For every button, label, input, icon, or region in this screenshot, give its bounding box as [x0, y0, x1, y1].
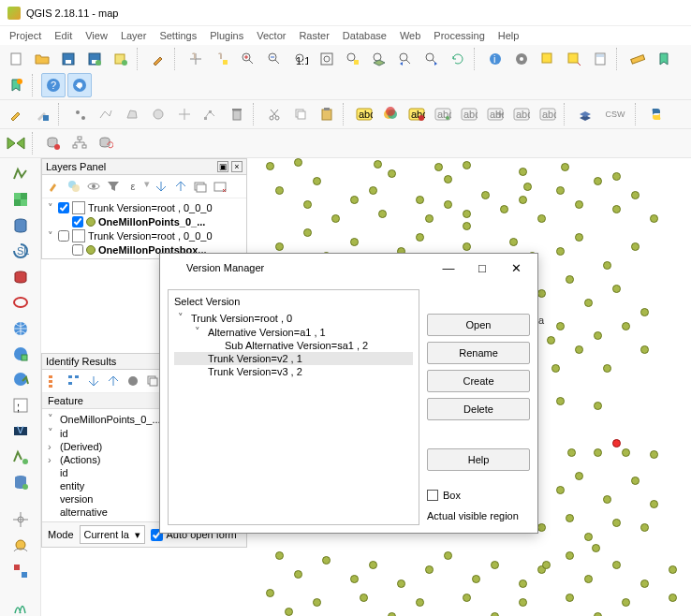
version-row[interactable]: Trunk Version=v2 , 1	[174, 352, 413, 365]
help-button[interactable]: Help	[427, 448, 530, 471]
menu-web[interactable]: Web	[400, 30, 420, 41]
menu-database[interactable]: Database	[343, 30, 387, 41]
menu-edit[interactable]: Edit	[54, 30, 72, 41]
layer-funnel-button[interactable]	[105, 178, 122, 195]
layer-item[interactable]: OneMillonPoints_0_...	[46, 215, 243, 228]
identify-settings-button[interactable]	[125, 373, 141, 389]
measure-button[interactable]	[625, 47, 650, 71]
calculator-button[interactable]	[588, 47, 612, 71]
open-project-button[interactable]	[30, 47, 54, 71]
raster-layer-button[interactable]	[8, 187, 33, 211]
delete-selected-button[interactable]	[225, 102, 249, 126]
label-move-button[interactable]: abc	[483, 102, 507, 126]
db-refresh-button[interactable]	[94, 131, 118, 155]
menu-help[interactable]: Help	[498, 30, 520, 41]
cut-button[interactable]	[262, 102, 287, 126]
zoom-selection-button[interactable]	[341, 47, 365, 71]
save-edits-button[interactable]	[30, 102, 54, 126]
close-button[interactable]: ✕	[502, 257, 530, 279]
identify-button[interactable]: i	[483, 47, 507, 71]
layer-group-button[interactable]	[192, 178, 209, 195]
menu-raster[interactable]: Raster	[299, 30, 329, 41]
identify-collapse-button[interactable]	[105, 373, 122, 389]
add-line-button[interactable]	[94, 102, 118, 126]
select-features-button[interactable]	[536, 47, 560, 71]
zoom-out-button[interactable]	[262, 47, 287, 71]
oracle-layer-button[interactable]	[8, 290, 33, 314]
maximize-button[interactable]: □	[468, 257, 496, 279]
label-show-button[interactable]: abc	[457, 102, 481, 126]
topology-button[interactable]	[8, 559, 33, 582]
refresh-button[interactable]	[446, 47, 470, 71]
identify-id[interactable]: id	[60, 428, 68, 439]
open-button[interactable]: Open	[427, 314, 530, 336]
label-highlight-button[interactable]: abc	[404, 102, 429, 126]
python-console-button[interactable]	[644, 102, 669, 126]
add-point-button[interactable]	[67, 102, 92, 126]
zoom-full-button[interactable]	[315, 47, 339, 71]
move-feature-button[interactable]	[172, 102, 197, 126]
save-button[interactable]	[56, 47, 81, 71]
new-layer-button[interactable]	[109, 47, 133, 71]
label-change-button[interactable]: abc	[536, 102, 560, 126]
version-tree[interactable]: ˅Trunk Version=root , 0˅Alternative Vers…	[174, 311, 413, 378]
identify-field[interactable]: id	[60, 467, 68, 478]
paint-button[interactable]	[146, 47, 170, 71]
identify-tree-button[interactable]	[46, 373, 63, 389]
layer-expand-button[interactable]	[153, 178, 169, 195]
delete-button[interactable]: Delete	[427, 398, 530, 420]
new-project-button[interactable]	[4, 47, 28, 71]
add-circle-button[interactable]	[146, 102, 170, 126]
layer-style-button[interactable]	[46, 178, 63, 195]
coord-capture-button[interactable]	[8, 507, 33, 531]
identify-field[interactable]: version	[60, 493, 93, 505]
menu-settings[interactable]: Settings	[159, 30, 197, 41]
layer-group[interactable]: ˅Trunk Version=root , 0_0_0	[46, 228, 243, 243]
menu-layer[interactable]: Layer	[121, 30, 147, 41]
add-polygon-button[interactable]	[120, 102, 144, 126]
db-filter-button[interactable]	[41, 131, 66, 155]
zoom-last-button[interactable]	[393, 47, 418, 71]
rename-button[interactable]: Rename	[427, 342, 530, 364]
version-row[interactable]: Trunk Version=v3 , 2	[174, 365, 413, 378]
identify-field[interactable]: entity	[60, 480, 84, 491]
label-pin-button[interactable]: abc	[431, 102, 455, 126]
zoom-in-button[interactable]	[236, 47, 260, 71]
bowtie-button[interactable]	[4, 131, 28, 155]
pan-selection-button[interactable]	[210, 47, 234, 71]
edit-toggle-button[interactable]	[4, 102, 28, 126]
layer-collapse-button[interactable]	[172, 178, 189, 195]
identify-actions[interactable]: (Actions)	[60, 454, 100, 465]
wcs-layer-button[interactable]	[8, 342, 33, 365]
wfs-layer-button[interactable]	[8, 368, 33, 391]
layer-filter-button[interactable]	[66, 178, 82, 195]
spatialite-layer-button[interactable]: SL	[8, 239, 33, 262]
mode-combo[interactable]: Current la▾	[80, 525, 145, 544]
layer-group[interactable]: ˅Trunk Version=root , 0_0_0	[46, 200, 243, 215]
bookmark-button[interactable]	[652, 47, 676, 71]
label-yellow-button[interactable]: abc	[352, 102, 376, 126]
label-rotate-button[interactable]: abc	[509, 102, 534, 126]
grass-button[interactable]	[8, 595, 33, 616]
layer-remove-button[interactable]	[212, 178, 228, 195]
menu-vector[interactable]: Vector	[257, 30, 286, 41]
paste-button[interactable]	[315, 102, 339, 126]
menu-plugins[interactable]: Plugins	[210, 30, 243, 41]
identify-expand-button[interactable]	[85, 373, 102, 389]
label-style-button[interactable]	[378, 102, 403, 126]
deselect-button[interactable]	[562, 47, 586, 71]
identify-root[interactable]: OneMillonPoints_0_...	[60, 414, 161, 425]
csw-client-button[interactable]	[573, 102, 597, 126]
menu-processing[interactable]: Processing	[434, 30, 484, 41]
node-tool-button[interactable]	[198, 102, 223, 126]
menu-view[interactable]: View	[85, 30, 108, 41]
tree-tool-button[interactable]	[67, 131, 92, 155]
menu-project[interactable]: Project	[9, 30, 41, 41]
bookmark-new-button[interactable]	[4, 73, 28, 97]
mssql-layer-button[interactable]	[8, 265, 33, 288]
delimited-text-button[interactable]: ,,	[8, 393, 33, 417]
zoom-next-button[interactable]	[419, 47, 444, 71]
identify-field[interactable]: alternative	[60, 506, 108, 518]
pan-button[interactable]	[184, 47, 208, 71]
save-as-button[interactable]	[82, 47, 107, 71]
